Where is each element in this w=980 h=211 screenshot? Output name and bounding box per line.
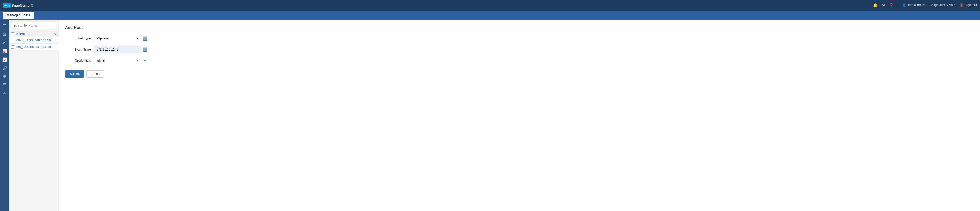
header-checkbox[interactable]: [11, 32, 16, 36]
logo-icon: NetApp: [3, 3, 11, 8]
row-checkbox-container: [11, 39, 16, 42]
credentials-add-icon[interactable]: ＋: [143, 58, 147, 63]
managed-hosts-tab[interactable]: Managed Hosts: [3, 12, 34, 19]
header-left: NetApp SnapCenter®: [3, 3, 33, 8]
host-type-select[interactable]: vSphere Windows Linux AIX Solaris HP-UX: [94, 35, 141, 42]
sidebar-item-grid[interactable]: ⊞: [0, 30, 8, 38]
sidebar-item-reports[interactable]: 📈: [0, 56, 8, 63]
subheader: Managed Hosts: [0, 11, 980, 20]
main-layout: ☰ ⊞ ✔ 📊 📈 🔗 ⚙ ☰ ⚠: [0, 20, 980, 211]
header-divider: [898, 3, 898, 7]
left-panel: Name ⇅ ora_01.sddc.netapp.com ora_02.sdd…: [9, 20, 59, 211]
sidebar-item-protection[interactable]: ✔: [0, 39, 8, 46]
row-checkbox[interactable]: [11, 39, 14, 42]
sort-icon[interactable]: ⇅: [54, 32, 56, 36]
host-list-header: Name ⇅: [9, 31, 59, 37]
tenant-label-container[interactable]: SnapCenterAdmin: [929, 3, 955, 7]
topology-icon: 🔗: [2, 66, 7, 70]
alert-icon: ⚠: [3, 91, 6, 95]
name-column-header[interactable]: Name: [16, 32, 54, 36]
host-type-info-icon[interactable]: ℹ️: [143, 36, 147, 40]
select-all-checkbox[interactable]: [11, 32, 14, 36]
grid-icon: ⊞: [3, 32, 6, 36]
netapp-logo: NetApp SnapCenter®: [3, 3, 33, 8]
add-host-title: Add Host: [65, 25, 974, 30]
host-name-info-icon[interactable]: ℹ️: [143, 47, 147, 51]
search-input[interactable]: [11, 22, 56, 29]
sidebar-item-list[interactable]: ☰: [0, 81, 8, 88]
settings-icon: ⚙: [3, 74, 6, 78]
host-name-link[interactable]: ora_01.sddc.netapp.com: [16, 38, 56, 42]
user-menu[interactable]: 👤 administrator: [902, 3, 925, 7]
reports-icon: 📈: [2, 58, 7, 62]
host-name-label: Host Name: [65, 48, 94, 51]
host-list-item[interactable]: ora_02.sddc.netapp.com: [9, 44, 59, 50]
header-right: 🔔 ✉ ❓ 👤 administrator SnapCenterAdmin 🚪 …: [873, 3, 977, 7]
admin-label: administrator: [907, 3, 925, 7]
list-icon: ☰: [3, 83, 6, 87]
notification-icon[interactable]: 🔔: [873, 3, 878, 7]
user-icon: 👤: [902, 3, 906, 7]
mail-icon[interactable]: ✉: [882, 3, 885, 7]
sidebar-item-settings[interactable]: ⚙: [0, 73, 8, 80]
sidebar-icons: ☰ ⊞ ✔ 📊 📈 🔗 ⚙ ☰ ⚠: [0, 20, 9, 211]
search-bar: [9, 20, 59, 31]
app-name: SnapCenter®: [11, 3, 33, 7]
credentials-group: Credentials admin root ＋: [65, 57, 974, 64]
help-icon[interactable]: ❓: [889, 3, 894, 7]
host-list: ora_01.sddc.netapp.com ora_02.sddc.netap…: [9, 37, 59, 50]
form-actions: Submit Cancel: [65, 70, 974, 78]
submit-button[interactable]: Submit: [65, 70, 84, 78]
menu-icon: ☰: [3, 24, 6, 28]
host-list-item[interactable]: ora_01.sddc.netapp.com: [9, 37, 59, 44]
cancel-button[interactable]: Cancel: [86, 70, 104, 78]
monitor-icon: 📊: [2, 49, 7, 53]
host-name-link[interactable]: ora_02.sddc.netapp.com: [16, 45, 56, 49]
tenant-label: SnapCenterAdmin: [929, 3, 955, 7]
credentials-label: Credentials: [65, 59, 94, 62]
signout-label: Sign Out: [964, 3, 977, 7]
header: NetApp SnapCenter® 🔔 ✉ ❓ 👤 administrator…: [0, 0, 980, 11]
shield-icon: ✔: [3, 40, 6, 45]
credentials-select[interactable]: admin root: [94, 57, 141, 64]
host-name-group: Host Name ℹ️: [65, 46, 974, 53]
sidebar-item-menu[interactable]: ☰: [0, 22, 8, 29]
svg-text:NetApp: NetApp: [4, 4, 10, 7]
signout-icon: 🚪: [959, 3, 964, 7]
sign-out-button[interactable]: 🚪 Sign Out: [959, 3, 977, 7]
host-type-label: Host Type: [65, 37, 94, 40]
row-checkbox-container: [11, 45, 16, 49]
sidebar-item-monitor[interactable]: 📊: [0, 47, 8, 55]
row-checkbox[interactable]: [11, 45, 14, 49]
host-type-group: Host Type vSphere Windows Linux AIX Sola…: [65, 35, 974, 42]
host-name-input[interactable]: [94, 46, 141, 53]
sidebar-item-topology[interactable]: 🔗: [0, 64, 8, 72]
sidebar-item-alerts[interactable]: ⚠: [0, 90, 8, 97]
main-content: Add Host Host Type vSphere Windows Linux…: [59, 20, 980, 211]
